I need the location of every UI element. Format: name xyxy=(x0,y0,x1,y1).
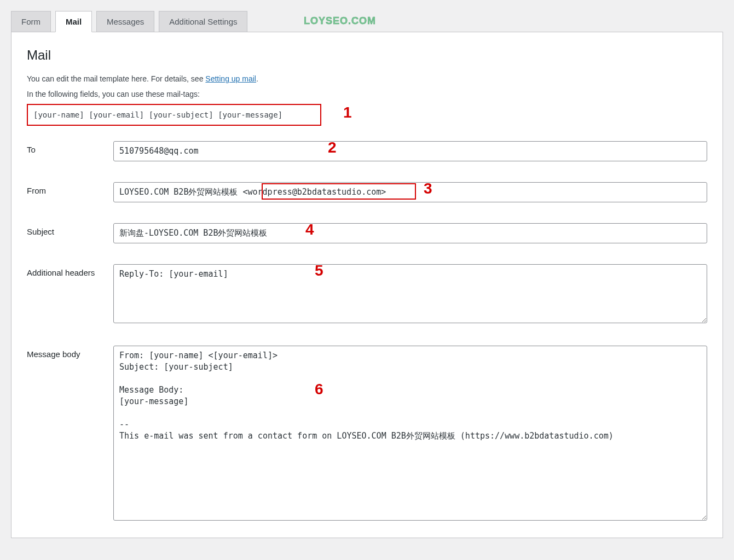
intro-suffix: . xyxy=(256,74,258,83)
tab-mail[interactable]: Mail xyxy=(55,11,92,32)
mail-tags-box: [your-name] [your-email] [your-subject] … xyxy=(27,104,321,126)
intro-line-1: You can edit the mail template here. For… xyxy=(27,73,707,85)
tab-nav: Form Mail Messages Additional Settings xyxy=(11,11,723,32)
tab-messages[interactable]: Messages xyxy=(96,11,154,32)
annotation-1: 1 xyxy=(343,104,352,121)
to-label: To xyxy=(27,141,113,155)
message-body-input[interactable] xyxy=(113,346,707,521)
subject-input[interactable] xyxy=(113,223,707,243)
from-label: From xyxy=(27,182,113,196)
message-body-label: Message body xyxy=(27,346,113,360)
intro-line-2: In the following fields, you can use the… xyxy=(27,88,707,100)
from-input[interactable] xyxy=(113,182,707,202)
setting-up-mail-link[interactable]: Setting up mail xyxy=(205,74,256,83)
additional-headers-input[interactable] xyxy=(113,264,707,323)
mail-panel: Mail You can edit the mail template here… xyxy=(11,32,723,538)
intro-prefix: You can edit the mail template here. For… xyxy=(27,74,205,83)
tab-form[interactable]: Form xyxy=(11,11,51,32)
tab-additional-settings[interactable]: Additional Settings xyxy=(159,11,247,32)
additional-headers-label: Additional headers xyxy=(27,264,113,278)
to-input[interactable] xyxy=(113,141,707,161)
panel-title: Mail xyxy=(27,48,707,63)
subject-label: Subject xyxy=(27,223,113,237)
